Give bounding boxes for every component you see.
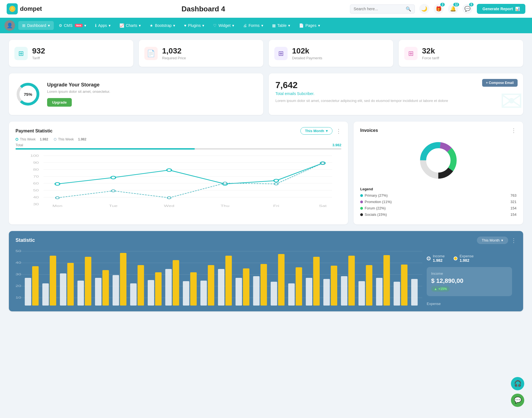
svg-point-29 [55,197,59,199]
detailed-payments-icon: ⊞ [274,47,288,60]
cms-icon: ⚙ [59,23,62,28]
tariff-label: Tariff [32,56,45,60]
upgrade-button[interactable]: Upgrade [47,98,72,107]
force-tariff-label: Force tariff [422,56,439,60]
chat-btn[interactable]: 💬 5 [462,4,472,14]
bar-chart: 50 40 30 20 10 [16,248,422,309]
invoices-more-button[interactable]: ⋮ [511,127,516,134]
nav-item-table[interactable]: ▦ Table ▾ [268,21,294,30]
chart-bar-icon: 📊 [515,7,520,11]
invoices-header: Invoices ⋮ [360,127,516,134]
storage-desc: Lorem ipsum dolor sit amet, onsectetur. [47,89,110,94]
generate-report-label: Generate Report [482,7,513,11]
svg-text:Sat: Sat [319,204,327,207]
statistic-month-filter-button[interactable]: This Month ▾ [477,237,508,244]
inv-legend-item-primary: Primary (27%) 763 [360,193,516,198]
expense-label: Expense [427,302,512,306]
svg-rect-55 [67,263,74,306]
forum-value: 154 [510,206,516,210]
legend-label-2: This Week [58,137,74,141]
svg-text:Thu: Thu [221,204,229,207]
nav-label-dashboard: Dashboard [27,23,46,28]
storage-card: 75% Upgrade Your Storage Lorem ipsum dol… [9,73,263,115]
pages-icon: 📄 [299,23,304,28]
income-box-title: Income [431,271,508,276]
chevron-down-icon-bootstrap: ▾ [173,23,175,28]
svg-rect-77 [260,264,267,306]
email-sub-title: Total emails Subcriber. [275,91,516,96]
svg-rect-63 [137,265,144,306]
nav-item-apps[interactable]: ℹ Apps ▾ [91,21,114,30]
svg-point-25 [167,169,172,171]
svg-point-27 [274,179,278,182]
nav-item-widget[interactable]: ♡ Widget ▾ [209,21,238,30]
svg-point-23 [55,183,60,185]
nav-item-cms[interactable]: ⚙ CMS New ▾ [55,21,90,30]
more-options-button[interactable]: ⋮ [336,128,341,134]
support-fab-button[interactable]: 🎧 [511,377,524,390]
svg-rect-70 [200,281,207,306]
legend-row: This Week 1.982 This Week 1.982 [16,137,341,141]
chevron-down-icon-pages: ▾ [318,23,320,28]
email-bg-icon: ✉ [500,87,523,115]
income-legend-item: Income 1.982 [427,254,445,263]
nav-item-plugins[interactable]: ♥ Plugins ▾ [180,21,208,30]
svg-rect-85 [331,266,337,306]
income-box-amount: $ 12,890,00 [431,277,508,284]
nav-item-bootstrap[interactable]: ★ Bootstrap ▾ [146,21,179,30]
svg-text:70: 70 [33,175,39,178]
nav-item-forms[interactable]: 🖨 Forms ▾ [239,21,267,30]
moon-btn[interactable]: 🌙 [419,4,429,14]
chat-fab-button[interactable]: 💬 [511,394,524,407]
bell-btn[interactable]: 🔔 12 [448,4,458,14]
statistic-header: Statistic This Month ▾ ⋮ [16,237,516,244]
promotion-value: 321 [510,200,516,204]
statistic-more-button[interactable]: ⋮ [511,237,516,244]
chevron-down-icon-apps: ▾ [109,23,111,28]
svg-rect-90 [376,278,382,306]
tariff-icon: ⊞ [14,47,28,60]
invoices-title: Invoices [360,128,378,133]
svg-point-31 [167,197,171,199]
svg-rect-89 [366,265,372,306]
email-count: 7,642 [275,80,516,90]
storage-title: Upgrade Your Storage [47,82,110,88]
nav-item-dashboard[interactable]: ⊞ Dashboard ▾ [18,21,54,30]
search-input[interactable] [354,7,403,11]
statistic-filter-label: This Month [482,238,500,242]
inv-legend-item-promotion: Promotion (11%) 321 [360,200,516,204]
payment-header: Payment Statistic This Month ▾ ⋮ [16,127,341,135]
stat-info-detailed-payments: 102k Detailed Payments [292,47,322,60]
search-icon: 🔍 [406,6,411,12]
search-box[interactable]: 🔍 [350,4,415,14]
income-legend-label: Income [433,254,445,258]
legend-item-1: This Week 1.982 [16,137,48,141]
chat-bubble-icon: 💬 [514,397,521,404]
promotion-label: Promotion (11%) [365,200,392,204]
svg-rect-68 [183,281,189,306]
chevron-down-icon-filter: ▾ [326,129,328,133]
svg-rect-69 [190,272,197,306]
svg-rect-84 [323,279,330,306]
svg-rect-53 [50,256,56,306]
gift-btn[interactable]: 🎁 2 [434,4,444,14]
income-badge-val: +15% [438,287,447,291]
fab-area: 🎧 💬 [511,377,524,407]
forum-dot [360,207,363,210]
svg-rect-52 [42,283,49,306]
statistic-info-panel: Income 1.982 Expense 1.982 Income $ [422,248,516,311]
stat-info-required-price: 1,032 Required Price [162,47,186,60]
nav-item-pages[interactable]: 📄 Pages ▾ [295,21,324,30]
svg-text:Tue: Tue [109,204,117,207]
required-price-label: Required Price [162,56,186,60]
this-month-filter-button[interactable]: This Month ▾ [300,127,332,135]
nav-item-charts[interactable]: 📈 Charts ▾ [116,21,145,30]
svg-rect-88 [359,281,365,306]
email-card: + Compose Email 7,642 Total emails Subcr… [269,73,523,115]
payment-card: Payment Statistic This Month ▾ ⋮ This We… [9,122,348,224]
legend-val-1: 1.982 [40,137,48,141]
bootstrap-icon: ★ [150,23,153,28]
expense-legend-item: Expense 1.982 [454,254,474,263]
generate-report-button[interactable]: Generate Report 📊 [477,4,525,14]
socials-value: 154 [510,212,516,217]
